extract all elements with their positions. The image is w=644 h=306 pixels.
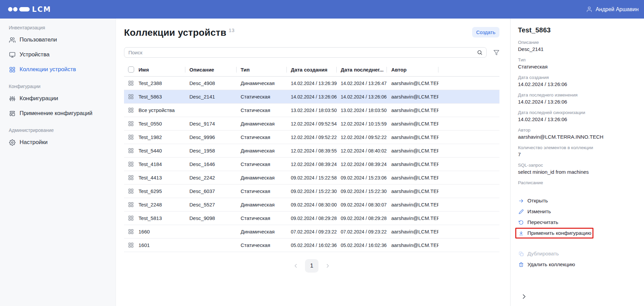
action-link[interactable]: Дублировать — [518, 248, 559, 259]
collection-grid-icon — [128, 80, 134, 86]
cell-author: aarshavin@LCM.TERRA.INNO.TECH — [387, 134, 438, 140]
column-header-name[interactable]: Имя — [139, 67, 185, 73]
prev-page-button[interactable] — [294, 263, 298, 268]
sidebar-item[interactable]: Конфигурации — [0, 91, 116, 106]
column-header-description[interactable]: Описание — [185, 67, 237, 73]
table-row[interactable]: Test_2248 Desc_5527 Динамическая 09.02.2… — [124, 198, 499, 212]
table-row[interactable]: Все устройства Статическая 13.02.2024 / … — [124, 104, 499, 117]
sidebar-section-title: Конфигурации — [0, 83, 116, 89]
cell-author: aarshavin@LCM.TERRA.INNO.TECH — [387, 242, 438, 248]
cell-type: Статическая — [237, 161, 287, 167]
action-icon — [519, 209, 524, 214]
cell-created: 12.02.2024 / 08:39:24 — [287, 162, 337, 167]
cell-name: Test_6295 — [139, 188, 185, 194]
cell-modified: 09.02.2024 / 08:29:28 — [337, 216, 387, 221]
cell-name: 1660 — [139, 229, 185, 234]
sidebar-section-inventory: Инвентаризация Пользователи Устройства — [0, 25, 116, 77]
sidebar-item-icon — [9, 95, 16, 102]
field-label: Автор — [518, 127, 636, 133]
cell-description: Desc_1646 — [185, 161, 237, 167]
field-label: Дата последнего изменения — [518, 92, 636, 98]
cell-modified: 09.02.2024 / 15:22:30 — [337, 189, 387, 194]
action-label: Открыть — [527, 198, 548, 204]
sidebar-item-icon — [9, 66, 16, 73]
search-input[interactable] — [124, 47, 487, 58]
cell-type: Динамическая — [237, 229, 287, 234]
sidebar-section-configs: Конфигурации Конфигурации Применение кон… — [0, 83, 116, 121]
cell-created: 12.02.2024 / 09:52:54 — [287, 121, 337, 127]
create-button[interactable]: Создать — [472, 27, 499, 37]
sidebar-item[interactable]: Устройства — [0, 47, 116, 62]
cell-name: Test_5813 — [139, 215, 185, 221]
cell-author: aarshavin@LCM.TERRA.INNO.TECH — [387, 202, 438, 207]
panel-field: Количество элементов в коллекции 7 — [518, 145, 636, 158]
action-link[interactable]: Пересчитать — [518, 217, 558, 228]
field-value: Статическая — [518, 63, 636, 70]
field-value: Desc_2141 — [518, 46, 636, 53]
action-link[interactable]: Применить конфигурацию — [518, 228, 591, 239]
cell-modified: 12.02.2024 / 08:40:02 — [337, 148, 387, 154]
panel-field: Описание Desc_2141 — [518, 39, 636, 53]
table-row[interactable]: Test_5440 Desc_1958 Динамическая 12.02.2… — [124, 144, 499, 158]
sidebar-item-label: Коллекции устройств — [20, 66, 76, 73]
table-row[interactable]: Test_1982 Desc_9996 Статическая 12.02.20… — [124, 131, 499, 144]
column-header-author[interactable]: Автор — [387, 67, 438, 73]
table-row[interactable]: 1601 Статическая 05.02.2024 / 16:02:36 0… — [124, 239, 499, 252]
column-header-modified[interactable]: Дата последнег... — [337, 67, 387, 73]
action-link[interactable]: Удалить коллекцию — [518, 259, 575, 270]
action-label: Применить конфигурацию — [527, 230, 591, 236]
column-header-created[interactable]: Дата создания — [287, 67, 337, 73]
table-row[interactable]: Test_5863 Desc_2141 Статическая 14.02.20… — [124, 90, 499, 104]
collection-grid-icon — [128, 121, 134, 127]
table-row[interactable]: Test_6295 Desc_6037 Статическая 09.02.20… — [124, 185, 499, 198]
cell-author: aarshavin@LCM.TERRA.INNO.TECH — [387, 215, 438, 221]
topbar: LCM Андрей Аршавин — [0, 0, 644, 19]
sidebar-item-label: Применение конфигураций — [20, 110, 92, 117]
cell-description: Desc_4908 — [185, 80, 237, 86]
action-icon — [519, 231, 524, 236]
sidebar-item[interactable]: Пользователи — [0, 32, 116, 47]
action-link[interactable]: Открыть — [518, 195, 548, 206]
collapse-panel-chevron-icon[interactable] — [521, 294, 527, 299]
table-row[interactable]: Test_4413 Desc_2242 Динамическая 09.02.2… — [124, 171, 499, 185]
field-label: Описание — [518, 39, 636, 46]
cell-author: aarshavin@LCM.TERRA.INNO.TECH — [387, 121, 438, 127]
collection-grid-icon — [128, 202, 134, 207]
cell-author: aarshavin@LCM.TERRA.INNO.TECH — [387, 80, 438, 86]
table-row[interactable]: Test_4184 Desc_1646 Статическая 12.02.20… — [124, 158, 499, 171]
action-link[interactable]: Изменить — [518, 206, 551, 217]
cell-created: 14.02.2024 / 13:26:39 — [287, 81, 337, 86]
collection-grid-icon — [128, 188, 134, 194]
sidebar-section-admin: Администрирование Настройки — [0, 127, 116, 150]
search-icon[interactable] — [477, 50, 483, 55]
field-value: select minion_id from machines — [518, 168, 636, 175]
table-row[interactable]: Test_5813 Desc_9098 Статическая 09.02.20… — [124, 212, 499, 225]
sidebar-item[interactable]: Настройки — [0, 135, 116, 150]
sidebar-item[interactable]: Коллекции устройств — [0, 62, 116, 77]
cell-description: Desc_9174 — [185, 121, 237, 127]
field-value: 14.02.2024 / 13:26:06 — [518, 98, 636, 105]
table-row[interactable]: Test_2388 Desc_4908 Динамическая 14.02.2… — [124, 77, 499, 90]
action-label: Пересчитать — [527, 219, 558, 225]
cell-type: Статическая — [237, 134, 287, 140]
filter-icon[interactable] — [493, 50, 499, 56]
cell-created: 05.02.2024 / 16:02:36 — [287, 243, 337, 248]
column-header-type[interactable]: Тип — [237, 67, 287, 73]
panel-field: Дата последней синхронизации 14.02.2024 … — [518, 110, 636, 123]
cell-modified: 05.02.2024 / 16:02:36 — [337, 243, 387, 248]
action-icon — [519, 198, 524, 203]
logo-dot — [13, 7, 18, 11]
collection-grid-icon — [128, 94, 134, 100]
panel-fields: Описание Desc_2141 Тип Статическая Дата … — [518, 39, 636, 186]
panel-field: Тип Статическая — [518, 57, 636, 70]
cell-name: Test_5863 — [139, 94, 185, 100]
cell-name: Все устройства — [139, 107, 185, 113]
table-row[interactable]: Test_0550 Desc_9174 Динамическая 12.02.2… — [124, 117, 499, 131]
user-menu[interactable]: Андрей Аршавин — [586, 6, 639, 12]
page-number[interactable]: 1 — [305, 259, 318, 273]
next-page-button[interactable] — [325, 263, 330, 268]
sidebar-item[interactable]: Применение конфигураций — [0, 106, 116, 121]
select-all-checkbox[interactable] — [128, 66, 134, 73]
cell-type: Статическая — [237, 242, 287, 248]
table-row[interactable]: 1660 Динамическая 07.02.2024 / 09:23:22 … — [124, 225, 499, 239]
